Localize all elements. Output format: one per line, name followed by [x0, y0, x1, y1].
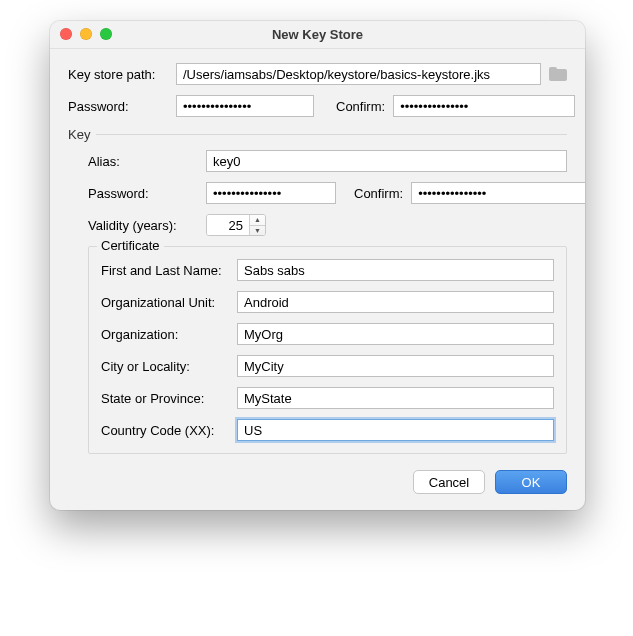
password-label: Password:	[68, 99, 168, 114]
dialog-footer: Cancel OK	[50, 470, 585, 510]
state-label: State or Province:	[101, 391, 231, 406]
certificate-section-label: Certificate	[97, 238, 164, 253]
ok-button[interactable]: OK	[495, 470, 567, 494]
stepper-up-icon[interactable]: ▲	[250, 215, 265, 226]
organization-label: Organization:	[101, 327, 231, 342]
dialog-window: New Key Store Key store path: Password: …	[50, 21, 585, 510]
validity-spinner[interactable]: ▲ ▼	[206, 214, 266, 236]
city-label: City or Locality:	[101, 359, 231, 374]
zoom-icon[interactable]	[100, 28, 112, 40]
first-last-input[interactable]	[237, 259, 554, 281]
key-password-input[interactable]	[206, 182, 336, 204]
alias-label: Alias:	[88, 154, 198, 169]
state-input[interactable]	[237, 387, 554, 409]
first-last-label: First and Last Name:	[101, 263, 231, 278]
keystore-path-input[interactable]	[176, 63, 541, 85]
validity-input[interactable]	[207, 215, 249, 235]
minimize-icon[interactable]	[80, 28, 92, 40]
validity-label: Validity (years):	[88, 218, 198, 233]
browse-folder-icon[interactable]	[549, 67, 567, 81]
password-input[interactable]	[176, 95, 314, 117]
organization-input[interactable]	[237, 323, 554, 345]
org-unit-input[interactable]	[237, 291, 554, 313]
confirm-label: Confirm:	[336, 99, 385, 114]
certificate-fieldset: Certificate First and Last Name: Organiz…	[88, 246, 567, 454]
country-input[interactable]	[237, 419, 554, 441]
key-section-label: Key	[68, 127, 90, 142]
city-input[interactable]	[237, 355, 554, 377]
keystore-path-label: Key store path:	[68, 67, 168, 82]
cancel-button[interactable]: Cancel	[413, 470, 485, 494]
titlebar: New Key Store	[50, 21, 585, 49]
close-icon[interactable]	[60, 28, 72, 40]
dialog-content: Key store path: Password: Confirm: Key A…	[50, 49, 585, 470]
country-label: Country Code (XX):	[101, 423, 231, 438]
window-title: New Key Store	[272, 27, 363, 42]
org-unit-label: Organizational Unit:	[101, 295, 231, 310]
key-password-label: Password:	[88, 186, 198, 201]
key-confirm-label: Confirm:	[354, 186, 403, 201]
divider	[96, 134, 567, 135]
stepper-down-icon[interactable]: ▼	[250, 226, 265, 236]
alias-input[interactable]	[206, 150, 567, 172]
confirm-input[interactable]	[393, 95, 575, 117]
window-controls	[60, 28, 112, 40]
key-confirm-input[interactable]	[411, 182, 585, 204]
